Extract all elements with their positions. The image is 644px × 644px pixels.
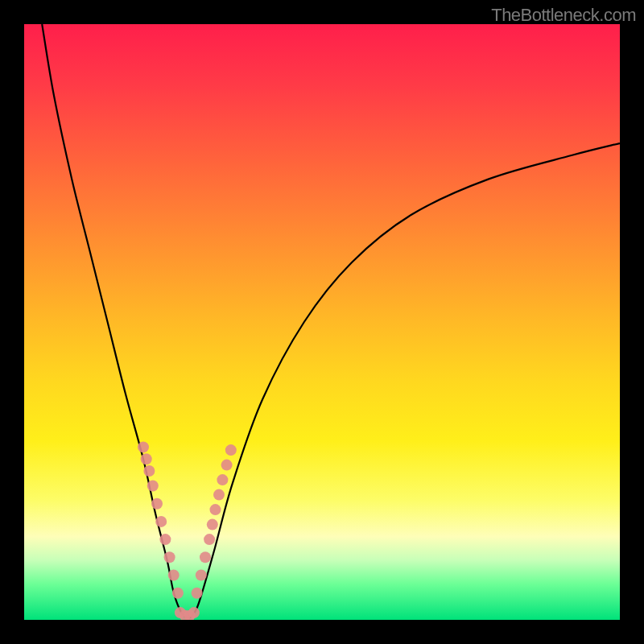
curve-marker [172,588,184,599]
chart-plot-area [24,24,620,620]
curve-marker [217,474,228,485]
curve-marker [200,551,211,563]
bottleneck-curve-svg [24,24,620,620]
curve-marker [210,504,221,515]
curve-marker [213,489,225,501]
curve-marker [192,588,203,599]
curve-marker [143,465,155,477]
curve-marker [221,460,233,471]
curve-marker [207,519,218,530]
curve-markers [138,441,237,620]
curve-marker [164,551,175,563]
curve-marker [151,498,163,510]
watermark-text: TheBottleneck.com [491,5,636,26]
curve-marker [204,534,215,545]
curve-marker [155,516,167,527]
curve-marker [138,441,149,452]
curve-marker [159,534,171,545]
curve-marker [141,453,152,464]
curve-marker [196,570,207,581]
bottleneck-curve-path [42,24,620,618]
curve-marker [225,444,237,456]
curve-marker [168,570,180,581]
curve-marker [147,481,159,492]
curve-marker [188,607,200,618]
bottom-border [24,620,620,644]
